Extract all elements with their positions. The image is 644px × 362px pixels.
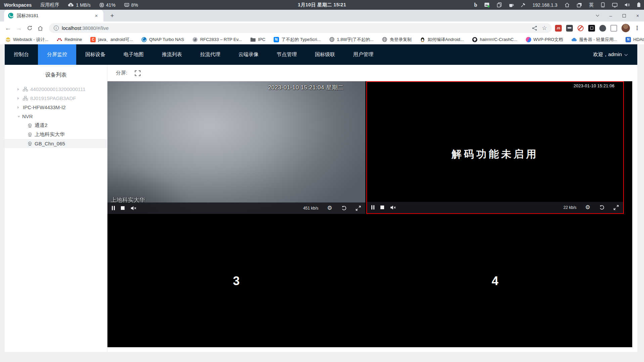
window-switcher-icon[interactable] [577, 3, 582, 7]
memory-indicator[interactable]: 8% [124, 2, 138, 8]
nav-tab-gb-devices[interactable]: 国标设备 [76, 44, 114, 65]
bookmark-article1[interactable]: 1.8W字|了不起的... [329, 37, 374, 43]
expand-arrow-icon[interactable] [17, 97, 20, 100]
bookmark-github[interactable]: hairrrrr/C-CrashC... [472, 37, 517, 42]
expand-icon[interactable] [356, 206, 361, 211]
nav-tab-pull-proxy[interactable]: 拉流代理 [191, 44, 229, 65]
extension-json-icon[interactable]: JS [555, 25, 562, 32]
forward-button[interactable]: → [13, 23, 24, 34]
bookmark-csdn[interactable]: Cjava、android可... [90, 37, 133, 43]
extension-adblock-icon[interactable] [578, 25, 584, 31]
video-window-3[interactable]: 3 [107, 215, 365, 348]
browser-menu-icon[interactable]: ⋮ [634, 25, 640, 32]
video-window-4[interactable]: 4 [366, 215, 624, 348]
bookmark-wvp-doc[interactable]: WVP-PRO文档 [526, 37, 563, 43]
home-icon[interactable] [564, 2, 570, 7]
pause-button[interactable] [112, 206, 115, 210]
tree-item-device-1[interactable]: 44020000013200000111 [5, 85, 107, 94]
extension-blank-icon[interactable] [610, 25, 617, 32]
bookmark-webstack[interactable]: Webstack - 设计... [5, 37, 48, 43]
profile-avatar[interactable] [622, 24, 630, 32]
browser-home-button[interactable] [35, 23, 46, 34]
site-info-icon[interactable]: i [54, 26, 59, 31]
pause-button[interactable] [371, 205, 374, 210]
ip-address-label[interactable]: 192.168.1.3 [533, 2, 557, 8]
tree-item-ipc[interactable]: IPC-HFW4433M-I2 [5, 103, 107, 112]
tab-close-icon[interactable]: × [93, 13, 99, 19]
url-text[interactable]: localhost:38080/#/live [62, 26, 529, 31]
clock-label[interactable]: 1月10日 星期二 15∶21 [298, 2, 346, 8]
settings-icon[interactable]: ⚙ [327, 205, 332, 211]
stop-button[interactable] [121, 206, 125, 210]
user-menu[interactable]: 欢迎，admin [593, 44, 637, 65]
display-icon[interactable] [612, 3, 617, 7]
bookmark-rfc[interactable]: RFC2833 – RTP Ev... [192, 37, 242, 42]
color-picker-icon[interactable] [521, 3, 525, 7]
mute-icon[interactable] [131, 206, 137, 211]
close-window-button[interactable]: × [633, 13, 642, 18]
maximize-button[interactable] [620, 14, 629, 17]
bookmark-star-icon[interactable]: ☆ [542, 25, 547, 32]
tree-item-gb-chn-065[interactable]: GB_Chn_065 [5, 139, 107, 148]
nav-tab-gb-cascade[interactable]: 国标级联 [306, 44, 344, 65]
bookmark-android[interactable]: 如何编译Android... [420, 37, 464, 43]
tree-item-nvr[interactable]: NVR [5, 112, 107, 121]
coffee-cup-icon[interactable] [509, 3, 514, 7]
volume-icon[interactable] [625, 3, 630, 7]
nav-tab-console[interactable]: 控制台 [5, 44, 38, 65]
mute-icon[interactable] [390, 205, 396, 210]
expand-arrow-icon[interactable] [17, 88, 20, 91]
nav-tab-split-monitor[interactable]: 分屏监控 [38, 44, 76, 65]
nav-tab-node-manage[interactable]: 节点管理 [268, 44, 306, 65]
reload-button[interactable] [24, 23, 35, 34]
bookmark-hdatmos[interactable]: NHDAtmos :: 种子 *... [626, 37, 644, 43]
split-3x3-icon[interactable] [161, 70, 167, 76]
bookmark-cloud-server[interactable]: 服务器 - 轻量应用... [571, 37, 617, 43]
memory-icon [124, 3, 129, 7]
video-window-2[interactable]: 2023-01-10 15:21:06 解码功能未启用 22 kb/s ⚙ [366, 81, 624, 214]
settings-icon[interactable]: ⚙ [585, 205, 590, 210]
extension-paw-icon[interactable] [599, 25, 606, 32]
new-tab-button[interactable]: + [108, 12, 116, 20]
tree-item-channel-2[interactable]: 通道2 [5, 121, 107, 130]
applications-button[interactable]: 应用程序 [40, 2, 59, 8]
nav-tab-map[interactable]: 电子地图 [114, 44, 153, 65]
fullscreen-icon[interactable] [135, 70, 141, 76]
workspaces-button[interactable]: Workspaces [4, 2, 32, 8]
nav-tab-user-manage[interactable]: 用户管理 [344, 44, 382, 65]
expand-icon[interactable] [613, 205, 619, 210]
nav-tab-cloud-record[interactable]: 云端录像 [229, 44, 268, 65]
extension-mask-icon[interactable] [566, 25, 573, 32]
tab-search-icon[interactable] [593, 15, 602, 16]
network-indicator[interactable]: 1 MB/s [68, 2, 91, 8]
browser-tab[interactable]: 国标28181 × [4, 10, 103, 21]
battery-icon[interactable] [637, 2, 641, 7]
bookmark-article2[interactable]: 免登录复制 [382, 37, 412, 43]
stop-button[interactable] [380, 206, 384, 209]
share-icon[interactable] [532, 26, 537, 31]
back-button[interactable]: ← [3, 23, 13, 34]
tree-item-device-2[interactable]: 8J01915PAGB3ADF [5, 94, 107, 103]
refresh-icon[interactable] [599, 205, 605, 210]
collapse-arrow-icon[interactable] [17, 116, 20, 119]
clipboard-icon[interactable] [497, 2, 502, 7]
bing-icon[interactable]: b [474, 2, 477, 8]
address-bar[interactable]: i localhost:38080/#/live ☆ [49, 23, 552, 33]
bookmark-qnap[interactable]: QNAP Turbo NAS [141, 37, 184, 42]
bookmark-ipc-folder[interactable]: IPC [250, 37, 265, 42]
extension-frame-icon[interactable] [588, 25, 595, 32]
nav-tab-push-list[interactable]: 推流列表 [153, 44, 191, 65]
address-bar-actions: ☆ [532, 25, 547, 32]
tree-item-shangdi[interactable]: 上地科实大华 [5, 130, 107, 139]
input-method-indicator[interactable]: 英 [589, 2, 594, 8]
bookmark-redmine[interactable]: Redmine [57, 37, 82, 42]
minimize-button[interactable]: – [606, 13, 615, 18]
bookmark-zhihu[interactable]: 知了不起的 TypeScri... [274, 37, 321, 43]
video-window-1[interactable]: 2023-01-10 15:21:04 星期二 上地科实大华 451 kb/s … [107, 81, 365, 214]
cpu-indicator[interactable]: 41% [99, 2, 116, 8]
refresh-icon[interactable] [341, 205, 347, 211]
expand-arrow-icon[interactable] [17, 106, 20, 109]
screenshot-icon[interactable] [484, 2, 490, 7]
split-2x2-icon[interactable] [148, 71, 153, 76]
phone-link-icon[interactable] [601, 2, 605, 7]
